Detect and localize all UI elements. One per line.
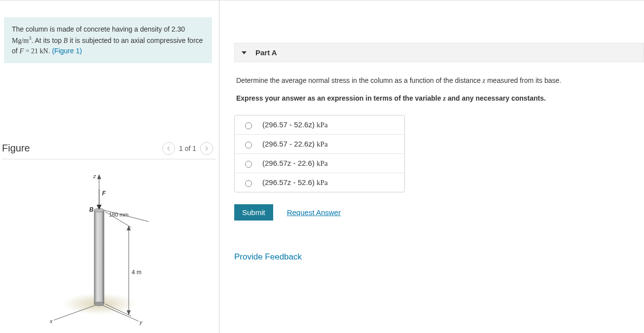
submit-button[interactable]: Submit [234,204,273,221]
point-B-label: B [89,206,94,213]
option-3-radio[interactable] [245,161,252,168]
request-answer-link[interactable]: Request Answer [287,208,341,217]
caret-down-icon [242,51,247,54]
problem-statement: The column is made of concrete having a … [4,17,212,63]
part-header[interactable]: Part A [234,43,644,62]
option-1-radio[interactable] [245,122,252,129]
instruction2-b: and any necessary constants. [446,94,546,102]
option-1-unit: kPa [317,121,328,129]
pager-text: 1 of 1 [179,145,196,152]
left-pane: The column is made of concrete having a … [0,0,219,333]
problem-text-mid: . At its top [31,37,63,44]
answer-options: (296.57 - 52.6z) kPa (296.57 - 22.6z) kP… [234,115,405,192]
axis-y-label: y [139,319,143,325]
figure-link[interactable]: (Figure 1) [52,47,82,55]
part-title: Part A [255,48,277,57]
provide-feedback-link[interactable]: Provide Feedback [234,252,644,262]
figure-pager: 1 of 1 [162,142,213,155]
svg-point-7 [94,302,104,306]
pager-next-button[interactable] [200,142,213,155]
problem-text: The column is made of concrete having a … [12,25,185,33]
figure-title: Figure [2,143,30,154]
option-4[interactable]: (296.57z - 52.6) kPa [235,173,404,192]
density-unit: Mg/m3 [12,37,31,44]
option-2-expr: (296.57 - 22.6z) [262,140,317,148]
force-value: = 21 kN [24,47,48,55]
instruction-text-b: measured from its base. [485,76,561,84]
option-3[interactable]: (296.57z - 22.6) kPa [235,154,404,173]
option-3-unit: kPa [317,159,328,167]
instruction2-a: Express your answer as an expression in … [236,94,443,102]
option-2-radio[interactable] [245,142,252,148]
height-label: 4 m [132,269,142,276]
option-4-expr: (296.57z - 52.6) [262,178,317,186]
chevron-left-icon [167,146,171,151]
svg-marker-14 [127,225,131,230]
option-1[interactable]: (296.57 - 52.6z) kPa [235,115,404,135]
instruction-text: Determine the average normal stress in t… [236,76,483,84]
svg-rect-5 [94,210,104,304]
action-row: Submit Request Answer [234,204,644,221]
option-3-expr: (296.57z - 22.6) [262,159,317,167]
option-4-unit: kPa [317,179,328,186]
svg-marker-4 [97,174,101,179]
option-2[interactable]: (296.57 - 22.6z) kPa [235,135,404,154]
pager-prev-button[interactable] [162,142,175,155]
chevron-right-icon [205,146,209,151]
right-pane: Part A Determine the average normal stre… [219,0,644,333]
option-4-radio[interactable] [245,180,252,187]
axis-z-label: z [93,173,96,179]
figure-image: z x y F B 180 mm 4 m [2,168,216,326]
option-2-unit: kPa [317,140,328,148]
option-1-expr: (296.57 - 52.6z) [262,120,317,129]
axis-x-label: x [49,318,53,324]
instructions: Determine the average normal stress in t… [236,76,642,103]
var-F: F [20,47,24,55]
diameter-label: 180 mm [109,212,129,218]
force-label: F [102,190,106,197]
figure-header: Figure 1 of 1 [2,142,216,159]
